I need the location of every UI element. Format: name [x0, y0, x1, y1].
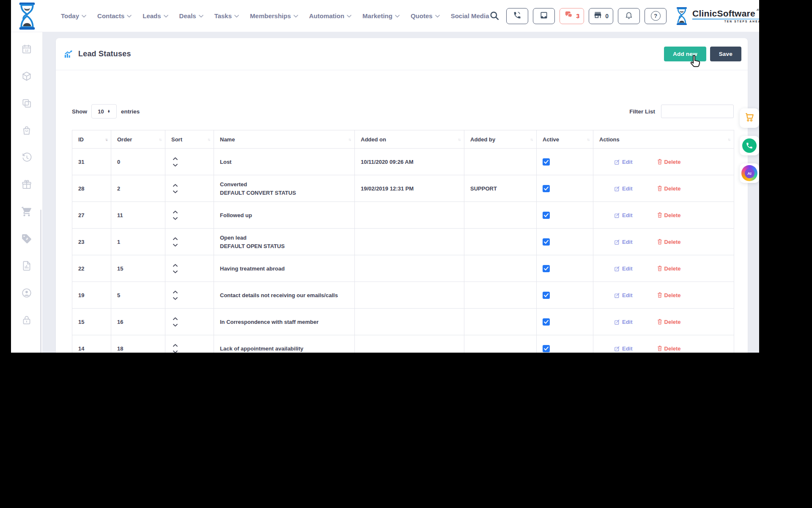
tags-icon[interactable]: $: [21, 233, 32, 244]
delete-link[interactable]: Delete: [657, 159, 681, 165]
delete-link[interactable]: Delete: [657, 212, 681, 218]
column-header-name[interactable]: Name↑↓: [214, 130, 355, 149]
move-down-button[interactable]: [173, 324, 178, 327]
package-icon[interactable]: [21, 71, 32, 82]
nav-item-label: Deals: [179, 12, 196, 19]
delete-link[interactable]: Delete: [657, 292, 681, 298]
active-checkbox[interactable]: [543, 265, 550, 272]
delete-link[interactable]: Delete: [657, 239, 681, 245]
nav-item-deals[interactable]: Deals: [179, 12, 203, 19]
sort-arrows-icon: ↑↓: [530, 137, 533, 142]
active-checkbox[interactable]: [543, 292, 550, 299]
move-up-button[interactable]: [173, 210, 178, 213]
chat-messages-button[interactable]: 3: [560, 8, 584, 24]
move-up-button[interactable]: [173, 264, 178, 267]
filter-list-input[interactable]: [661, 105, 734, 118]
add-new-button[interactable]: Add new: [664, 47, 706, 61]
column-header-sort[interactable]: Sort↑↓: [165, 130, 214, 149]
edit-link[interactable]: Edit: [614, 345, 633, 352]
move-down-button[interactable]: [173, 351, 178, 353]
notifications-button[interactable]: [618, 8, 640, 24]
move-up-button[interactable]: [173, 157, 178, 160]
column-header-order[interactable]: Order↑↓: [111, 130, 165, 149]
delete-link[interactable]: Delete: [657, 265, 681, 272]
move-up-button[interactable]: [173, 344, 178, 347]
column-header-id[interactable]: ID↑↓: [72, 130, 111, 149]
move-up-button[interactable]: [173, 184, 178, 187]
delete-link[interactable]: Delete: [657, 185, 681, 192]
nav-item-today[interactable]: Today: [61, 12, 86, 19]
nav-item-quotes[interactable]: Quotes: [411, 12, 440, 19]
delete-link[interactable]: Delete: [657, 345, 681, 352]
floating-cart-button[interactable]: [740, 108, 759, 128]
store-button[interactable]: 0: [589, 8, 613, 24]
move-down-button[interactable]: [173, 244, 178, 247]
floating-phone-button[interactable]: [740, 136, 759, 155]
edit-link[interactable]: Edit: [614, 212, 633, 218]
nav-item-label: Leads: [143, 12, 161, 19]
nav-item-memberships[interactable]: Memberships: [250, 12, 298, 19]
search-icon[interactable]: [489, 11, 500, 21]
status-name: Converted: [220, 181, 348, 188]
app-window: TodayContactsLeadsDealsTasksMembershipsA…: [11, 0, 759, 353]
active-checkbox[interactable]: [543, 318, 550, 326]
table-row: 310Lost10/11/2020 09:26 AMEditDelete: [72, 149, 734, 175]
column-header-actions[interactable]: Actions↑↓: [593, 130, 734, 149]
nav-item-marketing[interactable]: Marketing: [362, 12, 400, 19]
active-checkbox[interactable]: [543, 345, 550, 352]
active-checkbox[interactable]: [543, 185, 550, 192]
nav-item-leads[interactable]: Leads: [143, 12, 168, 19]
move-down-button[interactable]: [173, 217, 178, 220]
cart-icon[interactable]: [21, 206, 32, 217]
move-down-button[interactable]: [173, 190, 178, 193]
phone-calls-button[interactable]: [506, 8, 528, 24]
history-icon[interactable]: [21, 152, 32, 163]
edit-link[interactable]: Edit: [614, 265, 633, 272]
cell-name: Contact details not receiving our emails…: [214, 282, 355, 309]
chevron-down-icon: [294, 15, 298, 18]
report-icon[interactable]: [21, 260, 32, 271]
inbox-button[interactable]: [533, 8, 555, 24]
floating-ai-button[interactable]: AI: [740, 163, 759, 183]
home-logo-button[interactable]: [11, 0, 43, 32]
move-down-button[interactable]: [173, 271, 178, 273]
nav-item-contacts[interactable]: Contacts: [97, 12, 132, 19]
edit-link[interactable]: Edit: [614, 239, 633, 245]
move-down-button[interactable]: [173, 297, 178, 300]
edit-link[interactable]: Edit: [614, 159, 633, 165]
move-up-button[interactable]: [173, 237, 178, 240]
lock-icon[interactable]: [21, 315, 32, 326]
delete-link[interactable]: Delete: [657, 319, 681, 325]
column-header-added-on[interactable]: Added on↑↓: [355, 130, 464, 149]
column-header-active[interactable]: Active↑↓: [537, 130, 593, 149]
active-checkbox[interactable]: [543, 212, 550, 219]
chevron-down-icon: [395, 15, 400, 18]
nav-item-automation[interactable]: Automation: [309, 12, 351, 19]
save-button[interactable]: Save: [710, 47, 741, 61]
sidebar-scrollbar[interactable]: [40, 210, 41, 353]
bag-icon[interactable]: [21, 125, 32, 136]
column-header-label: Sort: [171, 136, 182, 143]
page-size-select[interactable]: 10 ▲▼: [91, 104, 117, 119]
active-checkbox[interactable]: [543, 238, 550, 246]
cell-added-on: [355, 255, 464, 282]
delete-label: Delete: [664, 212, 681, 218]
account-icon[interactable]: [21, 287, 32, 298]
copy-icon[interactable]: [21, 98, 32, 109]
gift-icon[interactable]: [21, 179, 32, 190]
move-up-button[interactable]: [173, 317, 178, 320]
nav-item-social-media[interactable]: Social Media: [451, 12, 489, 19]
cell-sort: [165, 335, 214, 353]
cell-actions: EditDelete: [593, 229, 734, 255]
move-up-button[interactable]: [173, 290, 178, 293]
edit-link[interactable]: Edit: [614, 292, 633, 298]
calendar-icon[interactable]: 12: [21, 44, 32, 55]
active-checkbox[interactable]: [543, 158, 550, 166]
move-down-button[interactable]: [173, 164, 178, 167]
help-button[interactable]: ?: [645, 8, 667, 24]
column-header-added-by[interactable]: Added by↑↓: [464, 130, 537, 149]
nav-item-tasks[interactable]: Tasks: [214, 12, 239, 19]
edit-link[interactable]: Edit: [614, 319, 633, 325]
edit-link[interactable]: Edit: [614, 185, 633, 192]
cell-actions: EditDelete: [593, 309, 734, 335]
